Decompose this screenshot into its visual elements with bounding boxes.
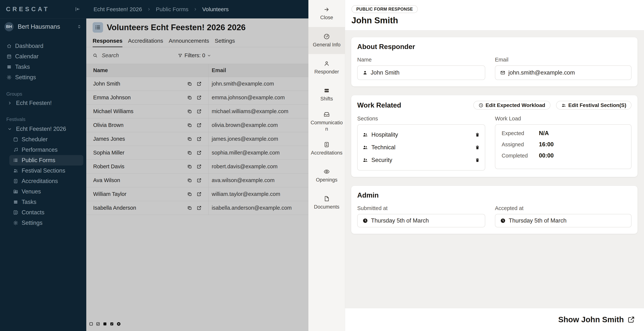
drawer-nav-label: General Info (313, 42, 341, 48)
submitted-at-value[interactable]: Thursday 5th of March (357, 214, 485, 228)
sidebar-group-echt-feesten[interactable]: Echt Feesten! (0, 98, 86, 108)
sidebar-item-label: Venues (22, 188, 41, 195)
chevron-right-icon (193, 7, 197, 11)
sidebar-item-dashboard[interactable]: Dashboard (0, 41, 86, 51)
sidebar-item-tasks[interactable]: Tasks (0, 62, 86, 72)
trash-icon (475, 132, 480, 137)
workload-field: Work Load Expected N/A Assigned 16:00 (495, 116, 632, 170)
sidebar-item-label: Tasks (22, 199, 36, 206)
remove-section-button[interactable] (475, 145, 480, 150)
drawer-nav-responder[interactable]: Responder (308, 54, 345, 81)
sidebar-item-label: Settings (22, 220, 42, 226)
drawer-nav-label: Responder (314, 68, 339, 75)
drawer-nav-label: Documents (314, 204, 340, 210)
work-related-card: Work Related Edit Expected Workload Edit… (351, 95, 638, 177)
music-note-icon (13, 147, 18, 152)
sidebar-festival-echt-feesten-2026[interactable]: Echt Feesten! 2026 (0, 124, 86, 134)
id-card-icon (324, 142, 330, 148)
drawer-nav-label: Shifts (320, 96, 333, 102)
drawer-nav-documents[interactable]: Documents (308, 189, 345, 216)
chevrons-up-down-icon (76, 24, 82, 29)
edit-festival-sections-button[interactable]: Edit Festival Section(S) (556, 101, 632, 110)
sidebar-item-contacts[interactable]: Contacts (9, 207, 83, 218)
remove-section-button[interactable] (475, 158, 480, 163)
sidebar-collapse-button[interactable] (75, 6, 80, 12)
user-switcher[interactable]: BH Bert Hausmans (0, 18, 86, 35)
person-icon (362, 70, 368, 75)
shifts-icon (324, 88, 330, 94)
workload-row-expected: Expected N/A (502, 130, 625, 136)
drawer-nav-label: Close (320, 14, 333, 21)
field-label: Work Load (495, 116, 632, 122)
section-row-technical: Technical (362, 141, 480, 154)
sidebar-item-public-forms[interactable]: Public Forms (9, 155, 83, 166)
breadcrumb-public-forms[interactable]: Public Forms (156, 6, 188, 12)
sidebar: CRESCAT BH Bert Hausmans Dashboard Calen… (0, 0, 86, 331)
drawer-nav-accreditations[interactable]: Accreditations (308, 135, 345, 162)
breadcrumb-festival[interactable]: Echt Feesten! 2026 (94, 6, 142, 12)
users-icon (362, 145, 368, 150)
festival-label: Echt Feesten! 2026 (16, 126, 66, 132)
drawer-backdrop[interactable] (86, 18, 308, 331)
sidebar-item-festival-tasks[interactable]: Tasks (9, 197, 83, 207)
arrow-right-icon (324, 6, 330, 12)
drawer-footer: Show John Smith (345, 308, 644, 331)
response-type-badge: PUBLIC FORM RESPONSE (352, 5, 418, 13)
groups-section-label: Groups (0, 92, 86, 96)
sidebar-item-scheduler[interactable]: Scheduler (9, 134, 83, 145)
show-responder-link[interactable]: Show John Smith (558, 315, 635, 324)
sidebar-item-calendar[interactable]: Calendar (0, 51, 86, 62)
chevron-right-icon (8, 101, 12, 105)
drawer-nav-general-info[interactable]: General Info (308, 27, 345, 54)
workload-label: Assigned (502, 142, 539, 148)
drawer-close-button[interactable]: Close (308, 0, 345, 27)
response-drawer: PUBLIC FORM RESPONSE John Smith About Re… (345, 0, 644, 331)
collapse-sidebar-icon (75, 6, 80, 12)
name-value-text: John Smith (371, 69, 400, 76)
section-label: Security (372, 157, 472, 164)
submitted-at-field: Submitted at Thursday 5th of March (357, 205, 485, 228)
sidebar-item-label: Performances (22, 146, 58, 153)
sidebar-item-label: Calendar (15, 53, 38, 60)
sidebar-item-festival-settings[interactable]: Settings (9, 218, 83, 228)
edit-expected-workload-button[interactable]: Edit Expected Workload (473, 101, 550, 110)
sidebar-header: CRESCAT (0, 0, 86, 18)
workload-label: Completed (502, 153, 539, 159)
about-responder-card: About Responder Name John Smith Email (351, 37, 638, 86)
drawer-nav-communication[interactable]: Communication (308, 108, 345, 135)
accepted-at-value[interactable]: Thursday 5th of March (495, 214, 632, 228)
sidebar-item-settings[interactable]: Settings (0, 72, 86, 82)
workload-row-completed: Completed 00:00 (502, 152, 625, 159)
drawer-nav-shifts[interactable]: Shifts (308, 81, 345, 108)
clock-icon (362, 218, 368, 224)
sidebar-item-accreditations[interactable]: Accreditations (9, 176, 83, 186)
sections-field: Sections Hospitality Te (357, 116, 485, 170)
field-label: Email (495, 57, 632, 63)
breadcrumb-volunteers[interactable]: Volunteers (202, 6, 229, 12)
id-card-icon (13, 178, 18, 184)
field-label: Sections (357, 116, 485, 122)
trash-icon (475, 158, 480, 163)
sidebar-item-venues[interactable]: Venues (9, 186, 83, 197)
sidebar-item-festival-sections[interactable]: Festival Sections (9, 166, 83, 176)
group-label: Echt Feesten! (16, 100, 52, 106)
responder-name-value[interactable]: John Smith (357, 66, 485, 80)
name-field: Name John Smith (357, 57, 485, 80)
remove-section-button[interactable] (475, 132, 480, 137)
gear-icon (13, 220, 18, 226)
avatar: BH (4, 22, 14, 31)
users-icon (13, 168, 18, 173)
sidebar-item-label: Accreditations (22, 178, 58, 184)
gear-icon (6, 75, 12, 80)
gauge-icon (324, 33, 330, 40)
sections-list: Hospitality Technical (357, 124, 485, 170)
tasks-icon (13, 200, 18, 205)
sidebar-item-performances[interactable]: Performances (9, 145, 83, 155)
responder-email-value[interactable]: john.smith@example.com (495, 66, 632, 80)
users-icon (362, 132, 368, 138)
section-row-hospitality: Hospitality (362, 128, 480, 141)
festivals-section-label: Festivals (0, 117, 86, 122)
drawer-nav-label: Openings (316, 177, 338, 183)
drawer-nav-openings[interactable]: Openings (308, 162, 345, 189)
admin-card: Admin Submitted at Thursday 5th of March… (351, 186, 638, 234)
